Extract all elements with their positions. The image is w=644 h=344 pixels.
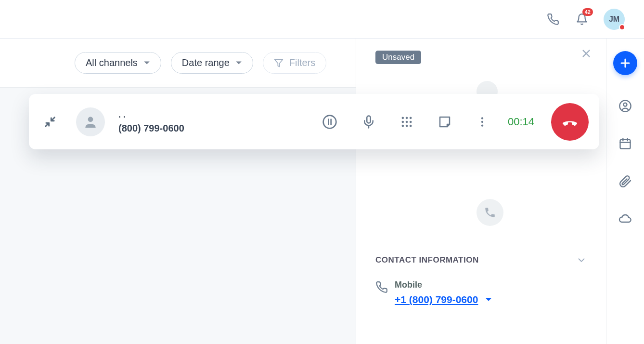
status-badge: Unsaved	[375, 51, 421, 64]
contact-mobile-number[interactable]: +1 (800) 799-0600	[395, 294, 478, 305]
rail-calendar-button[interactable]	[618, 137, 632, 150]
svg-rect-15	[367, 116, 371, 123]
hold-button[interactable]	[322, 114, 337, 130]
collapse-section-button[interactable]	[576, 255, 587, 265]
chevron-down-icon[interactable]	[485, 297, 492, 303]
more-vertical-icon	[476, 116, 489, 128]
paperclip-icon	[618, 174, 632, 188]
user-avatar[interactable]: JM	[604, 9, 625, 30]
contact-mobile-label: Mobile	[395, 280, 492, 290]
svg-point-25	[410, 124, 412, 127]
chevron-down-icon	[235, 60, 242, 66]
notifications-button[interactable]: 42	[575, 12, 589, 26]
microphone-icon	[361, 115, 376, 129]
add-button[interactable]	[613, 51, 637, 75]
user-avatar-initials: JM	[609, 15, 619, 24]
svg-point-17	[401, 117, 404, 119]
pause-circle-icon	[322, 114, 337, 130]
section-title-contact-info: CONTACT INFORMATION	[375, 255, 479, 265]
minimize-call-button[interactable]	[43, 115, 57, 129]
status-dot-icon	[619, 24, 625, 30]
svg-point-24	[406, 124, 408, 127]
date-range-filter[interactable]: Date range	[171, 52, 253, 74]
caller-phone: (800) 799-0600	[118, 123, 312, 134]
note-icon	[438, 115, 452, 129]
phone-icon	[375, 281, 388, 293]
svg-point-27	[481, 120, 483, 122]
mute-button[interactable]	[361, 115, 376, 129]
more-options-button[interactable]	[476, 116, 489, 128]
close-panel-button[interactable]	[581, 48, 592, 59]
caller-avatar	[76, 107, 105, 136]
person-icon	[83, 114, 98, 130]
call-timer: 00:14	[508, 116, 534, 128]
channels-filter-label: All channels	[86, 57, 138, 68]
svg-point-12	[323, 115, 336, 128]
hangup-button[interactable]	[551, 103, 589, 141]
phone-icon	[484, 206, 496, 219]
filters-button[interactable]: Filters	[263, 52, 326, 74]
svg-point-20	[401, 120, 404, 123]
svg-point-21	[406, 120, 408, 123]
plus-icon	[619, 57, 631, 69]
svg-point-22	[410, 120, 412, 123]
person-circle-icon	[618, 99, 632, 113]
funnel-icon	[274, 58, 283, 68]
cloud-icon	[618, 212, 632, 226]
minimize-icon	[43, 115, 57, 129]
chevron-down-icon	[576, 255, 587, 265]
channels-filter[interactable]: All channels	[75, 52, 161, 74]
rail-contacts-button[interactable]	[618, 99, 632, 113]
svg-point-28	[481, 124, 483, 126]
rail-cloud-button[interactable]	[618, 212, 632, 225]
date-range-filter-label: Date range	[182, 57, 230, 68]
chevron-down-icon	[143, 60, 150, 66]
keypad-button[interactable]	[400, 115, 413, 129]
close-icon	[581, 48, 592, 59]
dialpad-icon	[400, 115, 413, 129]
svg-point-23	[401, 124, 404, 127]
caller-name: . .	[118, 110, 312, 120]
calendar-icon	[618, 137, 632, 150]
svg-point-6	[624, 103, 627, 106]
svg-rect-7	[620, 140, 631, 149]
svg-point-18	[406, 117, 408, 119]
phone-hangup-icon	[561, 113, 579, 131]
active-call-bar: . . (800) 799-0600 00:14	[29, 94, 599, 149]
header-phone-icon[interactable]	[546, 12, 560, 26]
filters-button-label: Filters	[289, 57, 315, 68]
notes-button[interactable]	[438, 115, 452, 129]
svg-point-26	[481, 117, 483, 119]
call-history-button[interactable]	[477, 199, 503, 226]
svg-point-19	[410, 117, 412, 119]
svg-marker-0	[274, 59, 283, 66]
rail-attachments-button[interactable]	[618, 174, 632, 188]
svg-point-11	[88, 117, 93, 122]
notification-count-badge: 42	[582, 8, 593, 16]
